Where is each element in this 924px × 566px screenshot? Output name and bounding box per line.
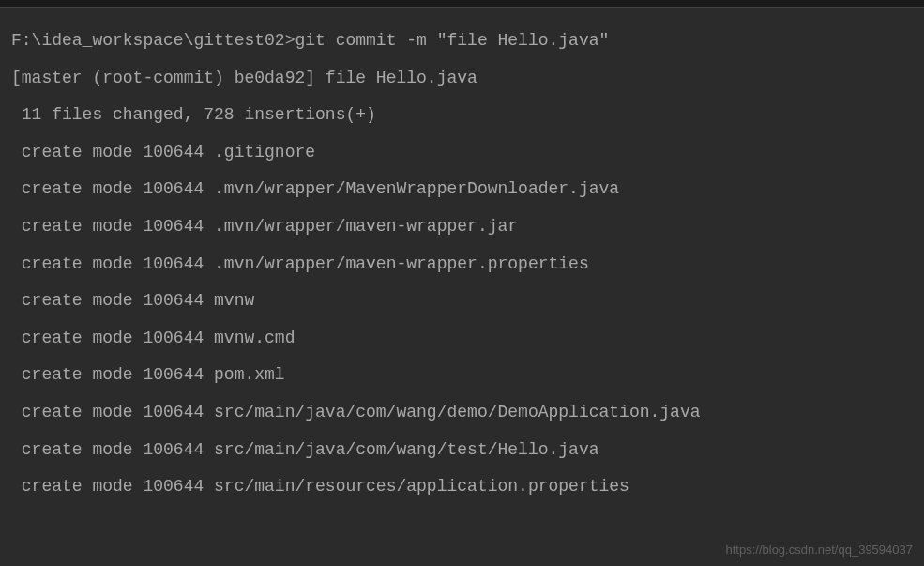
output-line: create mode 100644 .gitignore: [11, 134, 913, 172]
window-top-bar: [0, 0, 924, 8]
command-text: git commit -m "file Hello.java": [295, 31, 609, 50]
command-line: F:\idea_workspace\gittest02>git commit -…: [11, 23, 913, 60]
output-line: [master (root-commit) be0da92] file Hell…: [11, 60, 913, 98]
output-line: create mode 100644 src/main/java/com/wan…: [11, 394, 913, 432]
output-line: create mode 100644 mvnw: [11, 283, 913, 320]
terminal-output[interactable]: F:\idea_workspace\gittest02>git commit -…: [0, 8, 924, 513]
prompt-path: F:\idea_workspace\gittest02>: [11, 31, 295, 50]
output-line: create mode 100644 .mvn/wrapper/MavenWra…: [11, 171, 913, 208]
output-line: create mode 100644 mvnw.cmd: [11, 320, 913, 358]
output-line: create mode 100644 src/main/resources/ap…: [11, 468, 913, 506]
output-line: create mode 100644 src/main/java/com/wan…: [11, 432, 913, 469]
output-line: create mode 100644 .mvn/wrapper/maven-wr…: [11, 208, 913, 246]
output-line: create mode 100644 pom.xml: [11, 357, 913, 394]
output-line: create mode 100644 .mvn/wrapper/maven-wr…: [11, 246, 913, 283]
watermark-text: https://blog.csdn.net/qq_39594037: [726, 543, 914, 557]
output-line: 11 files changed, 728 insertions(+): [11, 97, 913, 134]
